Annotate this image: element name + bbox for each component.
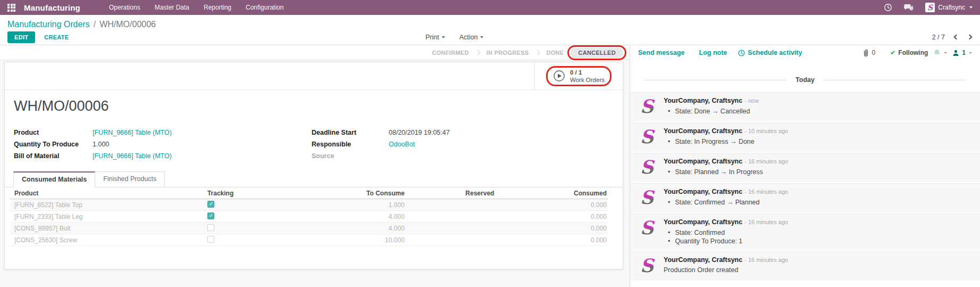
print-dropdown[interactable]: Print (425, 34, 445, 41)
field-label-quantity: Quantity To Produce (14, 141, 93, 149)
company-avatar: S (637, 97, 657, 117)
systray: S Craftsync (884, 3, 973, 12)
field-label-deadline: Deadline Start (312, 129, 389, 137)
field-value-product[interactable]: [FURN_9666] Table (MTO) (93, 129, 172, 137)
cell-to-consume: 4.000 (315, 225, 405, 232)
message-line: State: Confirmed (668, 228, 788, 237)
field-label-product: Product (14, 129, 93, 137)
tracking-checkbox[interactable] (207, 212, 214, 219)
field-value-deadline: 08/20/2019 19:05:47 (389, 129, 450, 137)
consumed-materials-table: Product Tracking To Consume Reserved Con… (10, 187, 608, 246)
message-line: Quantity To Produce: 1 (668, 237, 788, 245)
follower-count: 1 (962, 49, 966, 56)
message-time: - now (744, 97, 759, 104)
schedule-activity-button[interactable]: Schedule activity (738, 49, 802, 56)
subscription-bell-button[interactable] (933, 49, 947, 56)
svg-text:S: S (640, 256, 655, 276)
svg-text:S: S (640, 97, 655, 117)
state-in-progress[interactable]: IN PROGRESS (487, 50, 529, 56)
col-tracking: Tracking (207, 190, 315, 197)
create-button[interactable]: CREATE (44, 34, 69, 40)
menu-configuration[interactable]: Configuration (246, 4, 283, 11)
pager-previous-icon[interactable] (954, 35, 959, 40)
table-row[interactable]: [CONS_89957] Bolt 4.000 0.000 (10, 223, 608, 234)
record-pager: 2 / 7 (932, 29, 971, 45)
user-menu[interactable]: S Craftsync (925, 3, 973, 12)
tab-consumed-materials[interactable]: Consumed Materials (13, 171, 95, 187)
work-orders-label: Work Orders (570, 77, 605, 83)
statusbar-arrow-icon (475, 50, 480, 55)
menu-reporting[interactable]: Reporting (204, 4, 231, 11)
work-orders-annotation: 0 / 1 Work Orders (551, 68, 607, 85)
message-time: - 16 minutes ago (744, 188, 788, 195)
message-author[interactable]: YourCompany, Craftsync (664, 218, 742, 226)
work-orders-count: 0 / 1 (570, 69, 582, 76)
message-line: Production Order created (664, 266, 788, 274)
table-row[interactable]: [FURN_8522] Table Top 1.000 0.000 (10, 199, 608, 211)
attachments-button[interactable]: 0 (862, 49, 876, 57)
message-author[interactable]: YourCompany, Craftsync (664, 158, 742, 165)
cell-product: [FURN_2333] Table Leg (10, 213, 207, 220)
send-message-button[interactable]: Send message (638, 49, 685, 56)
action-dropdown[interactable]: Action (459, 34, 484, 41)
tracking-checkbox[interactable] (207, 201, 214, 208)
discuss-icon[interactable] (904, 4, 914, 12)
app-title: Manufacturing (24, 3, 80, 12)
message-author[interactable]: YourCompany, Craftsync (664, 97, 742, 104)
state-cancelled-active[interactable]: CANCELLED (571, 47, 623, 58)
cell-to-consume: 10.000 (315, 236, 405, 244)
following-button[interactable]: ✔ Following (890, 49, 928, 56)
field-label-responsible: Responsible (312, 141, 389, 149)
chevron-down-icon (944, 52, 947, 54)
field-label-source: Source (312, 152, 389, 160)
table-row[interactable]: [FURN_2333] Table Leg 4.000 0.000 (10, 211, 608, 223)
followers-button[interactable]: 1 (952, 49, 972, 56)
state-done[interactable]: DONE (546, 50, 564, 56)
check-icon: ✔ (890, 49, 895, 56)
log-note-button[interactable]: Log note (699, 49, 727, 56)
col-reserved: Reserved (405, 190, 495, 197)
cell-consumed: 0.000 (494, 201, 608, 209)
form-background: 0 / 1 Work Orders WH/MO/00006 Product[FU… (0, 60, 630, 287)
company-avatar: S (637, 158, 657, 177)
menu-master-data[interactable]: Master Data (155, 4, 189, 11)
field-value-responsible[interactable]: OdooBot (389, 141, 415, 149)
pager-counter: 2 / 7 (932, 34, 945, 41)
table-row[interactable]: [CONS_25630] Screw 10.000 0.000 (10, 234, 608, 246)
form-view: CONFIRMED IN PROGRESS DONE CANCELLED (0, 45, 630, 287)
chatter-message: S YourCompany, Craftsync- 10 minutes ago… (630, 122, 980, 152)
company-avatar: S (637, 256, 657, 276)
chevron-down-icon (442, 36, 445, 38)
menu-operations[interactable]: Operations (109, 4, 140, 11)
activities-icon[interactable] (884, 3, 892, 12)
cell-consumed: 0.000 (494, 236, 608, 244)
svg-text:S: S (640, 218, 655, 238)
cell-to-consume: 4.000 (315, 213, 405, 220)
message-author[interactable]: YourCompany, Craftsync (664, 188, 742, 195)
tab-finished-products[interactable]: Finished Products (95, 171, 165, 187)
tracking-checkbox[interactable] (207, 224, 214, 231)
pager-next-icon[interactable] (967, 35, 973, 40)
company-avatar: S (637, 188, 657, 208)
message-author[interactable]: YourCompany, Craftsync (664, 256, 742, 264)
cell-consumed: 0.000 (494, 225, 608, 232)
notebook-tabs: Consumed Materials Finished Products (5, 171, 623, 187)
apps-menu-icon[interactable] (7, 4, 15, 12)
message-time: - 16 minutes ago (744, 219, 788, 225)
breadcrumb-parent-link[interactable]: Manufacturing Orders (7, 20, 90, 29)
col-product: Product (10, 190, 207, 197)
paperclip-icon (862, 49, 869, 57)
edit-button[interactable]: EDIT (7, 31, 35, 43)
table-header-row: Product Tracking To Consume Reserved Con… (10, 187, 608, 199)
play-icon (553, 70, 565, 82)
breadcrumb: Manufacturing Orders / WH/MO/00006 (0, 15, 980, 29)
work-orders-stat-button[interactable]: 0 / 1 Work Orders (534, 62, 623, 89)
clock-icon (738, 50, 745, 56)
field-value-bom[interactable]: [FURN_9666] Table (MTO) (93, 152, 172, 160)
message-author[interactable]: YourCompany, Craftsync (664, 127, 742, 135)
message-time: - 10 minutes ago (744, 128, 788, 134)
control-panel: EDIT CREATE Print Action 2 / 7 (0, 29, 980, 45)
chatter-toolbar: Send message Log note Schedule activity … (630, 45, 980, 60)
tracking-checkbox[interactable] (207, 236, 214, 243)
state-confirmed[interactable]: CONFIRMED (432, 50, 468, 56)
